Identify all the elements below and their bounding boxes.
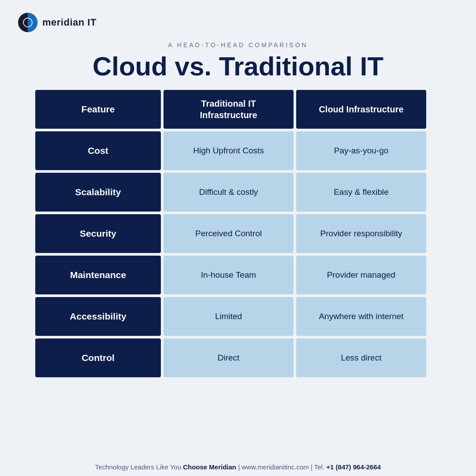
- footer-suffix: | www.meridianitinc.com | Tel.: [236, 463, 326, 471]
- table-row: Control Direct Less direct: [35, 338, 441, 377]
- subtitle: A HEAD-TO-HEAD COMPARISON: [18, 41, 458, 48]
- table-row: Security Perceived Control Provider resp…: [35, 214, 441, 253]
- feature-maintenance: Maintenance: [35, 256, 161, 294]
- main-title: Cloud vs. Traditional IT: [18, 52, 458, 81]
- footer-phone: +1 (847) 964-2664: [326, 463, 381, 471]
- cloud-maintenance: Provider managed: [296, 256, 426, 294]
- table-row: Accessibility Limited Anywhere with inte…: [35, 297, 441, 336]
- cloud-accessibility: Anywhere with internet: [296, 297, 426, 336]
- footer-prefix: Technology Leaders Like You: [95, 463, 183, 471]
- logo-text: meridian IT: [42, 17, 97, 28]
- cloud-scalability: Easy & flexible: [296, 173, 426, 212]
- header-traditional-cell: Traditional IT Infrastructure: [164, 90, 294, 129]
- feature-scalability: Scalability: [35, 173, 161, 212]
- meridian-logo-icon: [18, 12, 38, 33]
- traditional-scalability: Difficult & costly: [164, 173, 294, 212]
- traditional-control: Direct: [164, 338, 294, 377]
- cloud-security: Provider responsibility: [296, 214, 426, 253]
- title-section: A HEAD-TO-HEAD COMPARISON Cloud vs. Trad…: [0, 37, 476, 90]
- table-row: Cost High Upfront Costs Pay-as-you-go: [35, 131, 441, 170]
- header-feature-cell: Feature: [35, 90, 161, 129]
- table-row: Scalability Difficult & costly Easy & fl…: [35, 173, 441, 212]
- feature-control: Control: [35, 338, 161, 377]
- feature-cost: Cost: [35, 131, 161, 170]
- footer-brand: Choose Meridian: [183, 463, 236, 471]
- footer: Technology Leaders Like You Choose Merid…: [0, 456, 476, 476]
- cloud-cost: Pay-as-you-go: [296, 131, 426, 170]
- traditional-cost: High Upfront Costs: [164, 131, 294, 170]
- cloud-control: Less direct: [296, 338, 426, 377]
- feature-accessibility: Accessibility: [35, 297, 161, 336]
- header-cloud-cell: Cloud Infrastructure: [296, 90, 426, 129]
- traditional-accessibility: Limited: [164, 297, 294, 336]
- table-row: Maintenance In-house Team Provider manag…: [35, 256, 441, 294]
- table-header-row: Feature Traditional IT Infrastructure Cl…: [35, 90, 441, 129]
- header: meridian IT: [0, 0, 476, 37]
- comparison-table: Feature Traditional IT Infrastructure Cl…: [35, 90, 441, 382]
- feature-security: Security: [35, 214, 161, 253]
- traditional-security: Perceived Control: [164, 214, 294, 253]
- logo: meridian IT: [18, 12, 97, 33]
- traditional-maintenance: In-house Team: [164, 256, 294, 294]
